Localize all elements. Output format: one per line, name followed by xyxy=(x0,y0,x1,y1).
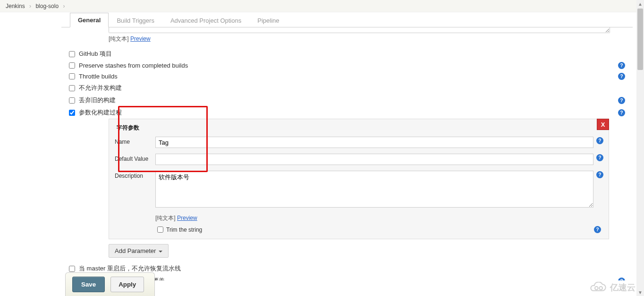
tab-build-triggers[interactable]: Build Triggers xyxy=(109,13,162,27)
parameterized-label: 参数化构建过程 xyxy=(79,108,618,117)
breadcrumb-root[interactable]: Jenkins xyxy=(6,3,25,9)
apply-button[interactable]: Apply xyxy=(110,277,144,292)
breadcrumb-item[interactable]: blog-solo xyxy=(35,3,59,9)
plaintext-label: [纯文本] xyxy=(155,215,176,221)
save-bar: Save Apply xyxy=(65,272,155,296)
param-name-label: Name xyxy=(115,137,155,145)
page-root: Jenkins › blog-solo › General Build Trig… xyxy=(0,0,644,296)
help-icon[interactable]: ? xyxy=(618,97,625,104)
preserve-stashes-label: Preserve stashes from completed builds xyxy=(79,62,618,69)
vertical-scrollbar[interactable]: ▲ ▼ xyxy=(636,0,644,296)
watermark-text: 亿速云 xyxy=(610,282,636,293)
save-button[interactable]: Save xyxy=(72,277,105,292)
help-icon[interactable]: ? xyxy=(596,137,603,144)
discard-old-label: 丢弃旧的构建 xyxy=(79,96,618,104)
option-throttle-builds: Throttle builds ? xyxy=(69,71,627,82)
param-description-preview-row: [纯文本] Preview xyxy=(155,213,603,225)
svg-point-1 xyxy=(599,287,602,290)
param-trim-row: Trim the string ? xyxy=(155,225,603,234)
restart-master-label: 当 master 重启后，不允许恢复流水线 xyxy=(79,264,627,273)
tab-general[interactable]: General xyxy=(70,13,109,27)
content-area: General Build Triggers Advanced Project … xyxy=(61,12,633,296)
string-parameter-title: 字符参数 xyxy=(115,123,603,137)
trim-string-label: Trim the string xyxy=(166,226,202,233)
add-parameter-button[interactable]: Add Parameter xyxy=(109,244,169,258)
help-icon[interactable]: ? xyxy=(618,109,625,116)
restart-master-checkbox[interactable] xyxy=(69,266,75,272)
trim-string-checkbox[interactable] xyxy=(157,226,163,233)
config-tabs: General Build Triggers Advanced Project … xyxy=(61,12,633,27)
help-icon[interactable]: ? xyxy=(618,62,625,69)
no-concurrent-checkbox[interactable] xyxy=(69,85,75,91)
add-parameter-label: Add Parameter xyxy=(115,247,156,254)
cloud-icon xyxy=(588,282,607,293)
help-icon[interactable]: ? xyxy=(618,73,625,80)
scroll-thumb[interactable] xyxy=(637,9,643,70)
option-parameterized: 参数化构建过程 ? xyxy=(69,106,627,119)
string-parameter-block: X 字符参数 Name ? Default Value ? Descriptio… xyxy=(109,119,609,239)
plaintext-label: [纯文本] xyxy=(109,35,129,42)
caret-down-icon xyxy=(159,251,162,254)
option-discard-old: 丢弃旧的构建 ? xyxy=(69,94,627,106)
preview-link[interactable]: Preview xyxy=(177,215,197,221)
tab-advanced-options[interactable]: Advanced Project Options xyxy=(162,13,249,27)
scroll-down-icon[interactable]: ▼ xyxy=(636,288,644,296)
svg-point-0 xyxy=(595,287,598,290)
help-icon[interactable]: ? xyxy=(618,278,625,281)
breadcrumb-sep-icon: › xyxy=(26,3,34,9)
param-default-label: Default Value xyxy=(115,154,155,162)
option-github-project: GitHub 项目 xyxy=(69,48,627,60)
description-preview-row: [纯文本] Preview xyxy=(109,33,627,46)
option-no-concurrent: 不允许并发构建 xyxy=(69,82,627,94)
option-preserve-stashes: Preserve stashes from completed builds ? xyxy=(69,60,627,71)
parameterized-checkbox[interactable] xyxy=(69,110,75,116)
breadcrumb-sep-icon: › xyxy=(60,3,68,9)
watermark: 亿速云 xyxy=(588,282,636,293)
preview-link[interactable]: Preview xyxy=(130,35,151,42)
close-button[interactable]: X xyxy=(597,119,609,130)
breadcrumb: Jenkins › blog-solo › xyxy=(0,0,644,12)
param-name-input[interactable] xyxy=(155,137,593,148)
help-icon[interactable]: ? xyxy=(596,171,603,178)
github-project-checkbox[interactable] xyxy=(69,51,75,57)
help-icon[interactable]: ? xyxy=(594,226,601,233)
discard-old-checkbox[interactable] xyxy=(69,97,75,104)
param-name-row: Name ? xyxy=(115,137,603,148)
param-description-textarea[interactable]: 软件版本号 xyxy=(155,171,593,208)
durability-label: 流水线效率、持久保存设置覆盖 xyxy=(79,277,618,280)
options-list: GitHub 项目 Preserve stashes from complete… xyxy=(69,48,627,119)
scroll-up-icon[interactable]: ▲ xyxy=(636,0,644,8)
config-body: [纯文本] Preview GitHub 项目 Preserve stashes… xyxy=(61,27,633,280)
throttle-builds-checkbox[interactable] xyxy=(69,73,75,79)
no-concurrent-label: 不允许并发构建 xyxy=(79,84,627,92)
github-project-label: GitHub 项目 xyxy=(79,50,627,58)
param-default-input[interactable] xyxy=(155,154,593,165)
param-default-row: Default Value ? xyxy=(115,154,603,165)
description-textarea[interactable] xyxy=(109,27,610,33)
param-description-label: Description xyxy=(115,171,155,179)
preserve-stashes-checkbox[interactable] xyxy=(69,62,75,69)
param-description-row: Description 软件版本号 ? xyxy=(115,171,603,208)
tab-pipeline[interactable]: Pipeline xyxy=(249,13,287,27)
throttle-builds-label: Throttle builds xyxy=(79,73,618,80)
help-icon[interactable]: ? xyxy=(596,154,603,161)
